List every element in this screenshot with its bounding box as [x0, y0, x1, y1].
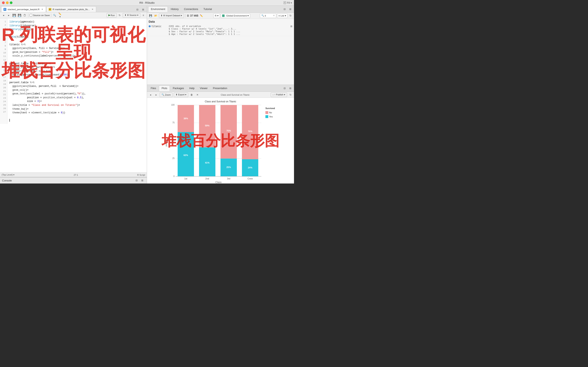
console-maximize-btn[interactable]: ⊞: [140, 178, 145, 183]
source-btn[interactable]: ⬆ ⬆ Source ▾: [123, 13, 140, 17]
tab-history[interactable]: History: [168, 6, 181, 12]
source-on-save-checkbox[interactable]: [30, 14, 32, 17]
x-tick-2nd: 2nd: [205, 177, 209, 180]
spell-btn[interactable]: ✏️ ▾: [58, 13, 62, 17]
console-bar[interactable]: Console ⊟ ⊞: [0, 177, 147, 184]
titanic-expand-btn[interactable]: ⊞: [290, 25, 292, 28]
plots-forward-btn[interactable]: ▸: [154, 92, 158, 97]
plots-maximize-btn[interactable]: ⊞: [288, 86, 293, 91]
editor-minimize-btn[interactable]: ⊟: [135, 7, 140, 12]
y-tick-75: 75: [172, 122, 175, 124]
editor-tab-2[interactable]: M R markdown _interactive plots_flo... ✕: [46, 6, 96, 12]
plots-refresh-btn[interactable]: ↻: [288, 92, 293, 97]
sep1: [28, 13, 28, 17]
legend-no-swatch: [265, 111, 268, 114]
save-btn[interactable]: 💾: [12, 13, 16, 17]
import-icon: ⬆: [161, 14, 163, 17]
label-3rd-no: 75%: [226, 129, 231, 132]
env-maximize-btn[interactable]: ⊞: [288, 7, 293, 12]
global-env-dropdown[interactable]: Global Environment ▾: [221, 13, 250, 18]
memory-display: 🗑 37 MiB: [187, 14, 198, 17]
search-btn[interactable]: 🔍: [52, 13, 57, 17]
env-refresh-btn[interactable]: ↻: [288, 13, 293, 18]
maximize-button[interactable]: [10, 1, 12, 4]
minimize-button[interactable]: [6, 1, 9, 4]
plots-delete-btn[interactable]: 🗑: [190, 92, 194, 97]
tab-icon-md: M: [49, 8, 52, 11]
editor-toolbar: ◂ ▸ 💾 💾 🗒 Source on Save 🔍 ✏️ ▾ ▶ Run ↻ …: [0, 12, 147, 18]
x-tick-3rd: 3rd: [227, 177, 230, 180]
plot-title-label: Class and Survival on Titanic: [221, 94, 250, 96]
tab-2-close[interactable]: ✕: [91, 8, 94, 11]
env-load-btn[interactable]: 📂: [154, 13, 158, 18]
titanic-obs: 2201 obs. of 4 variables: [169, 25, 290, 27]
list-label: ≡ List ▾: [278, 14, 286, 17]
import-dataset-btn[interactable]: ⬆ ⬆ Import Dataset ▾: [159, 13, 184, 18]
tab-help[interactable]: Help: [187, 85, 197, 91]
label-crew-no: 76%: [248, 130, 252, 133]
search-clear[interactable]: ✕: [273, 14, 275, 17]
r-version-text[interactable]: R9 ▾: [287, 1, 292, 4]
plots-back-btn[interactable]: ◂: [148, 92, 153, 97]
console-minimize-btn[interactable]: ⊟: [134, 178, 139, 183]
back-btn[interactable]: ◂: [1, 13, 6, 17]
x-tick-crew: Crew: [247, 177, 253, 180]
y-tick-100: 100: [171, 104, 174, 106]
code-text[interactable]: library(ggmosaic) library(tidyverse) lib…: [7, 18, 147, 124]
editor-tabs-bar: R stacked_percentage_barplot.R ✕ M R mar…: [0, 6, 147, 12]
export-btn[interactable]: ⬆ Export ▾: [174, 92, 188, 97]
search-icon: 🔍: [261, 14, 264, 17]
global-env-label: Global Environment ▾: [226, 14, 249, 17]
tab-connections[interactable]: Connections: [182, 6, 201, 12]
more-btn[interactable]: ≡: [141, 13, 146, 17]
env-save-btn[interactable]: 💾: [148, 13, 153, 18]
rerun-btn[interactable]: ↻: [117, 13, 122, 17]
forward-btn[interactable]: ▸: [7, 13, 11, 17]
editor-tab-1[interactable]: R stacked_percentage_barplot.R ✕: [1, 6, 46, 12]
tab-environment[interactable]: Environment: [148, 6, 168, 12]
y-tick-25: 25: [172, 157, 175, 159]
tab-plots[interactable]: Plots: [159, 85, 170, 91]
plots-panel-tabs: Files Plots Packages Help Viewer Present…: [147, 85, 294, 92]
tab-packages[interactable]: Packages: [170, 85, 186, 91]
save2-btn[interactable]: 💾: [17, 13, 22, 17]
publish-btn[interactable]: ↑ ↑ Publish ▾: [271, 92, 287, 97]
editor-maximize-btn[interactable]: ⊞: [141, 7, 146, 12]
close-button[interactable]: [2, 1, 5, 4]
zoom-btn[interactable]: 🔍 Zoom: [160, 92, 173, 97]
plots-clear-btn[interactable]: ✕: [195, 92, 200, 97]
plots-minimize-btn[interactable]: ⊟: [282, 86, 287, 91]
titanic-row[interactable]: titanic 2201 obs. of 4 variables $ Class…: [149, 25, 292, 36]
tab-viewer[interactable]: Viewer: [198, 85, 210, 91]
code-editor[interactable]: 12345 678910 1112131415 1617181920 21222…: [0, 18, 147, 173]
legend-title: Survived: [265, 107, 275, 109]
save3-btn[interactable]: 🗒: [22, 13, 27, 17]
editor-scope[interactable]: (Top Level) ▾: [2, 174, 15, 176]
env-panel-controls: ⊟ ⊞: [282, 7, 293, 12]
source-label: ⬆ Source ▾: [127, 14, 138, 17]
chart-area: Class and Survival on Titanic percent 0 …: [147, 98, 294, 184]
y-tick-50: 50: [172, 140, 175, 142]
r-engine-dropdown[interactable]: R ▾: [213, 13, 220, 18]
tab-presentation[interactable]: Presentation: [210, 85, 230, 91]
editor-panel: R stacked_percentage_barplot.R ✕ M R mar…: [0, 6, 147, 184]
label-1st-no: 38%: [183, 117, 188, 120]
run-btn[interactable]: ▶ Run: [107, 13, 117, 17]
titanic-name: titanic: [151, 25, 168, 28]
line-numbers: 12345 678910 1112131415 1617181920 21222…: [0, 18, 7, 124]
env-clear-btn[interactable]: ✏️: [199, 13, 204, 18]
run-label: Run: [111, 14, 115, 17]
source-on-save-text: Source on Save: [33, 14, 50, 17]
tab-files[interactable]: Files: [148, 85, 158, 91]
titanic-dot: [149, 25, 151, 27]
list-view-dropdown[interactable]: ≡ List ▾: [277, 13, 287, 18]
zoom-icon: 🔍: [162, 93, 164, 96]
import-label: ⬆ Import Dataset ▾: [163, 14, 182, 17]
editor-status-bar: (Top Level) ▾ 27:1 R Script: [0, 173, 147, 177]
source-on-save-label[interactable]: Source on Save: [30, 14, 50, 17]
tab-1-close[interactable]: ✕: [41, 8, 44, 11]
env-minimize-btn[interactable]: ⊟: [282, 7, 287, 12]
tab-tutorial[interactable]: Tutorial: [201, 6, 214, 12]
env-search[interactable]: 🔍 ti ✕: [260, 13, 276, 18]
tab-2-label: R markdown _interactive plots_flo...: [53, 8, 90, 11]
